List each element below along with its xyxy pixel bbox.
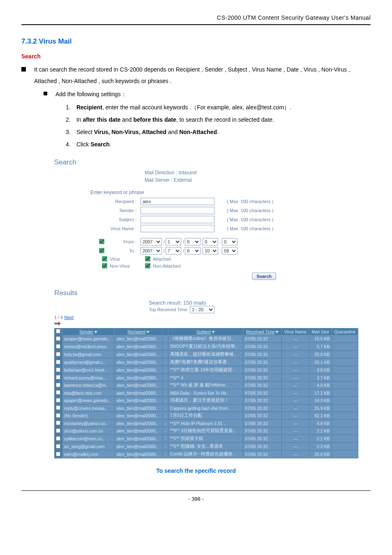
- cell-attachment: -: [162, 374, 168, 382]
- from-checkbox[interactable]: [99, 239, 104, 244]
- from-hour-select[interactable]: 0: [203, 238, 218, 245]
- pager-next-link[interactable]: Next: [64, 315, 74, 320]
- table-row[interactable]: syMarcoin@msn.co..alex_tien@mail2000..-*…: [54, 435, 358, 443]
- row-checkbox[interactable]: [54, 405, 62, 412]
- header-quarantine[interactable]: Quarantine: [332, 328, 358, 335]
- to-day-select[interactable]: 6: [185, 247, 201, 254]
- row-checkbox[interactable]: [54, 389, 62, 397]
- cell-attachment: -: [162, 343, 168, 351]
- cell-size: 2.2 KB: [309, 427, 332, 435]
- table-row[interactable]: an_sang@gmail.comalex_tien@mail2000..-**…: [54, 443, 358, 451]
- row-checkbox[interactable]: [54, 420, 62, 427]
- header-checkbox[interactable]: [54, 328, 62, 335]
- top-received-select[interactable]: 1 - 20: [190, 306, 214, 313]
- cell-subject: 7月5日工作分配: [168, 412, 243, 420]
- table-row[interactable]: enews@mk3prd.sinoc..alex_tien@mail2000..…: [54, 343, 358, 351]
- cell-received: 07/05 20:32: [243, 351, 281, 358]
- virusname-input[interactable]: [141, 225, 214, 232]
- from-month-select[interactable]: 1: [166, 238, 181, 245]
- table-row[interactable]: edm@mailkij.comalex_tien@mail2000..-Comb…: [54, 451, 358, 458]
- cell-size: 5.7 KB: [309, 343, 332, 351]
- header-recipient[interactable]: Recipient: [115, 328, 162, 335]
- steps-list: 1. Recipient, enter the mail account key…: [66, 102, 371, 150]
- table-row[interactable]: qualitymen@gmail.c..alex_tien@mail2000..…: [54, 358, 358, 366]
- row-checkbox[interactable]: [54, 443, 62, 451]
- cell-received: 07/05 20:32: [243, 389, 281, 397]
- slider-icon[interactable]: [54, 321, 61, 326]
- row-checkbox[interactable]: [54, 335, 62, 343]
- mail-info: Mail Direction : Inbound Mail Server : E…: [145, 169, 358, 184]
- cell-quarantine: [332, 366, 358, 374]
- cell-virus: ---: [281, 435, 309, 443]
- table-row[interactable]: bellahaw@cm1.hinet..alex_tien@mail2000..…: [54, 366, 358, 374]
- virus-checkbox[interactable]: [102, 256, 107, 261]
- to-checkbox[interactable]: [99, 248, 104, 253]
- header-sender[interactable]: Sender: [62, 328, 115, 335]
- header-received[interactable]: Received Time: [243, 328, 281, 335]
- row-checkbox[interactable]: [54, 343, 62, 351]
- table-row[interactable]: mcstanley@yahoo.co..alex_tien@mail2000..…: [54, 420, 358, 427]
- to-min-select[interactable]: 59: [222, 247, 238, 254]
- cell-size: 2.3 KB: [309, 443, 332, 451]
- to-year-select[interactable]: 2007: [141, 247, 162, 254]
- cell-recipient: alex_tien@mail2000..: [115, 420, 162, 427]
- cell-recipient: alex_tien@mail2000..: [115, 351, 162, 358]
- row-checkbox[interactable]: [54, 435, 62, 443]
- cell-attachment: -: [162, 389, 168, 397]
- row-checkbox[interactable]: [54, 382, 62, 389]
- row-checkbox[interactable]: [54, 427, 62, 435]
- subject-input[interactable]: [141, 216, 214, 223]
- table-row[interactable]: holy.tw@gmail.comalex_tien@mail2000..-美國…: [54, 351, 358, 358]
- cell-attachment: -: [162, 397, 168, 405]
- header-size[interactable]: Mail Size: [309, 328, 332, 335]
- cell-subject: **S** 政府立案-10年信用融資當..: [168, 366, 243, 374]
- search-subheading: Search: [21, 53, 371, 60]
- mail-direction: Mail Direction : Inbound: [145, 170, 196, 176]
- search-button[interactable]: Search: [252, 273, 276, 280]
- table-row[interactable]: epaper@news.gameto..alex_tien@mail2000..…: [54, 335, 358, 343]
- cell-sender: reply@covers.messa..: [62, 405, 115, 412]
- cell-size: 4.0 KB: [309, 382, 332, 389]
- table-row[interactable]: (No Sender)alex_tien@mail2000..-7月5日工作分配…: [54, 412, 358, 420]
- cell-sender: richard.sunny@msa...: [62, 374, 115, 382]
- table-row[interactable]: reply@covers.messa..alex_tien@mail2000..…: [54, 405, 358, 412]
- row-checkbox[interactable]: [54, 412, 62, 420]
- nonvirus-checkbox[interactable]: [102, 263, 107, 268]
- row-checkbox[interactable]: [54, 374, 62, 382]
- cell-attachment: -: [162, 351, 168, 358]
- row-checkbox[interactable]: [54, 451, 62, 458]
- to-month-select[interactable]: 7: [166, 247, 181, 254]
- header-subject[interactable]: Subject: [168, 328, 243, 335]
- square-bullet-icon: [44, 92, 47, 95]
- table-row[interactable]: nba@fans.nba.comalex_tien@mail2000..-NBA…: [54, 389, 358, 397]
- cell-subject: 消暑謠言，夏日天使就是你！: [168, 397, 243, 405]
- header-virus[interactable]: Virus Name: [281, 328, 309, 335]
- table-row[interactable]: epaper@news.gameto..alex_tien@mail2000..…: [54, 397, 358, 405]
- intro-bullet: It can search the record stored in CS-20…: [21, 64, 371, 87]
- attached-checkbox[interactable]: [145, 256, 150, 261]
- nonattached-checkbox[interactable]: [145, 263, 150, 268]
- row-checkbox[interactable]: [54, 351, 62, 358]
- row-checkbox[interactable]: [54, 358, 62, 366]
- to-hour-select[interactable]: 10: [203, 247, 218, 254]
- doc-header: CS-2000 UTM Content Security Gateway Use…: [21, 14, 371, 25]
- cell-virus: ---: [281, 343, 309, 351]
- slash-icon: /: [164, 239, 165, 244]
- cell-subject: SNOOPY夏日鮮活主張/汽車精華..: [168, 343, 243, 351]
- sender-input[interactable]: [141, 207, 214, 214]
- from-year-select[interactable]: 2007: [141, 238, 162, 245]
- header-attachment: [162, 328, 168, 335]
- cell-quarantine: [332, 420, 358, 427]
- virusname-row: Virus Name : ( Max. 100 characters ): [54, 225, 358, 232]
- table-row[interactable]: yicu@yahoo.com.cnalex_tien@mail2000..-**…: [54, 427, 358, 435]
- cell-virus: ---: [281, 351, 309, 358]
- row-checkbox[interactable]: [54, 366, 62, 374]
- from-day-select[interactable]: 6: [185, 238, 201, 245]
- table-row[interactable]: lawrence.rebecca@m..alex_tien@mail2000..…: [54, 382, 358, 389]
- cell-subject: 美國原裝，超好吸收滋補營養補..: [168, 351, 243, 358]
- row-checkbox[interactable]: [54, 397, 62, 405]
- from-min-select[interactable]: 0: [222, 238, 238, 245]
- recipient-input[interactable]: [141, 198, 214, 205]
- search-form-screenshot: Search Mail Direction : Inbound Mail Ser…: [54, 158, 358, 458]
- table-row[interactable]: richard.sunny@msa...alex_tien@mail2000..…: [54, 374, 358, 382]
